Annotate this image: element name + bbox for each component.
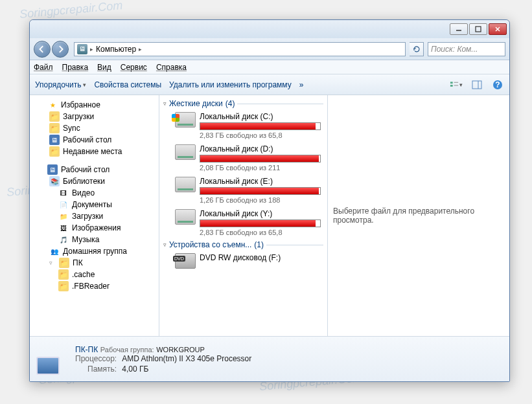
svg-rect-4 [450,82,453,84]
nav-music[interactable]: 🎵Музыка [30,234,159,245]
hard-drive-icon [175,209,196,225]
dvd-drive-icon [175,253,196,269]
desktop-icon: 🖥 [49,135,60,145]
drive-usage-bar [200,155,321,163]
menu-bar: Файл Правка Вид Сервис Справка [30,60,509,74]
drive-usage-bar [200,122,321,130]
star-icon: ★ [47,100,58,110]
drive-item[interactable]: Локальный диск (D:) 2,08 ГБ свободно из … [159,142,327,174]
drive-name: Локальный диск (E:) [200,177,321,186]
nav-desktop-fav[interactable]: 🖥Рабочий стол [30,134,159,146]
nav-downloads[interactable]: 📁Загрузки [30,111,159,122]
menu-tools[interactable]: Сервис [121,63,147,72]
nav-fbreader[interactable]: 📁.FBReader [30,280,159,292]
nav-documents[interactable]: 📄Документы [30,199,159,210]
homegroup-icon: 👥 [49,246,60,256]
nav-sync[interactable]: 📁Sync [30,122,159,134]
nav-cache[interactable]: 📁.cache [30,269,159,280]
memory-value: 4,00 ГБ [122,365,251,374]
recent-icon: 📁 [49,146,60,157]
uninstall-button[interactable]: Удалить или изменить программу [169,80,292,89]
group-hard-drives[interactable]: ▿ Жесткие диски (4) [159,98,327,109]
drive-name: Локальный диск (Y:) [200,209,321,218]
menu-edit[interactable]: Правка [62,63,89,72]
navigation-pane: ★Избранное 📁Загрузки 📁Sync 🖥Рабочий стол… [30,95,159,336]
hard-drive-icon [175,144,196,160]
close-button[interactable] [489,23,507,35]
nav-pictures[interactable]: 🖼Изображения [30,222,159,234]
breadcrumb-location[interactable]: Компьютер [96,45,136,54]
folder-icon: 📁 [58,281,69,291]
drive-free-text: 2,08 ГБ свободно из 211 [200,164,321,172]
drive-item[interactable]: Локальный диск (C:) 2,83 ГБ свободно из … [159,109,327,142]
menu-help[interactable]: Справка [156,63,187,72]
system-properties-button[interactable]: Свойства системы [94,80,161,89]
minimize-button[interactable] [450,23,468,35]
svg-rect-1 [476,27,481,32]
computer-name: ПК-ПК Рабочая группа: WORKGROUP [75,344,251,354]
svg-rect-5 [450,85,453,87]
view-mode-button[interactable]: ▾ [450,78,463,91]
preview-pane-button[interactable] [470,78,483,91]
collapse-icon: ▿ [163,100,167,107]
organize-button[interactable]: Упорядочить ▾ [35,80,86,89]
folder-icon: 📁 [58,211,69,221]
collapse-icon: ▿ [163,241,167,248]
details-pane: ПК-ПК Рабочая группа: WORKGROUP Процессо… [30,336,509,381]
hard-drive-icon [175,112,196,128]
command-bar: Упорядочить ▾ Свойства системы Удалить и… [30,74,509,95]
folder-icon: 📁 [49,111,60,122]
memory-label: Память: [75,365,117,374]
drive-free-text: 2,83 ГБ свободно из 65,8 [200,229,321,236]
folder-icon: 📁 [49,123,60,133]
pictures-icon: 🖼 [58,223,69,233]
forward-button[interactable] [52,41,69,58]
menu-file[interactable]: Файл [34,63,53,72]
drive-item[interactable]: Локальный диск (E:) 1,26 ГБ свободно из … [159,174,327,207]
cpu-label: Процессор: [75,354,117,363]
svg-rect-8 [472,81,481,89]
music-icon: 🎵 [58,234,69,245]
drive-item[interactable]: Локальный диск (Y:) 2,83 ГБ свободно из … [159,207,327,239]
search-input[interactable]: Поиск: Ком... [428,42,505,56]
drive-free-text: 1,26 ГБ свободно из 188 [200,196,321,204]
titlebar [30,20,509,38]
cpu-value: AMD Athlon(tm) II X3 405e Processor [122,354,251,363]
svg-text:?: ? [495,80,500,89]
group-removable[interactable]: ▿ Устройства со съемн... (1) [159,239,327,251]
nav-downloads2[interactable]: 📁Загрузки [30,210,159,222]
chevron-right-icon: ▸ [90,46,93,52]
hard-drive-icon [175,177,196,192]
back-button[interactable] [34,41,51,58]
drive-dvd[interactable]: DVD RW дисковод (F:) [159,251,327,271]
explorer-window: 🖥 ▸ Компьютер ▸ Поиск: Ком... Файл Правк… [29,19,510,382]
preview-pane: Выберите файл для предварительного просм… [328,95,509,336]
nav-libraries[interactable]: 📚Библиотеки [30,175,159,187]
menu-view[interactable]: Вид [97,63,111,72]
drive-usage-bar [200,219,321,227]
drive-usage-bar [200,187,321,195]
breadcrumb[interactable]: 🖥 ▸ Компьютер ▸ [74,42,406,56]
computer-large-icon [36,344,67,375]
libraries-icon: 📚 [49,176,60,186]
nav-favorites[interactable]: ★Избранное [30,99,159,111]
maximize-button[interactable] [469,23,487,35]
drive-free-text: 2,83 ГБ свободно из 65,8 [200,131,321,139]
nav-desktop[interactable]: 🖥Рабочий стол [30,164,159,175]
nav-videos[interactable]: 🎞Видео [30,187,159,199]
drive-name: Локальный диск (D:) [200,144,321,153]
refresh-button[interactable] [410,42,424,56]
document-icon: 📄 [58,199,69,210]
desktop-icon: 🖥 [47,164,58,175]
help-button[interactable]: ? [491,78,504,91]
drive-name: Локальный диск (C:) [200,112,321,121]
watermark: Soringpcrepair.Com [19,0,123,21]
nav-recent[interactable]: 📁Недавние места [30,146,159,157]
computer-icon: 🖥 [77,44,87,54]
more-button[interactable]: » [299,80,304,89]
nav-pc[interactable]: ▿📁ПК [30,257,159,269]
folder-icon: 📁 [58,269,69,280]
user-folder-icon: 📁 [59,258,69,268]
nav-homegroup[interactable]: 👥Домашняя группа [30,245,159,257]
video-icon: 🎞 [58,188,69,198]
